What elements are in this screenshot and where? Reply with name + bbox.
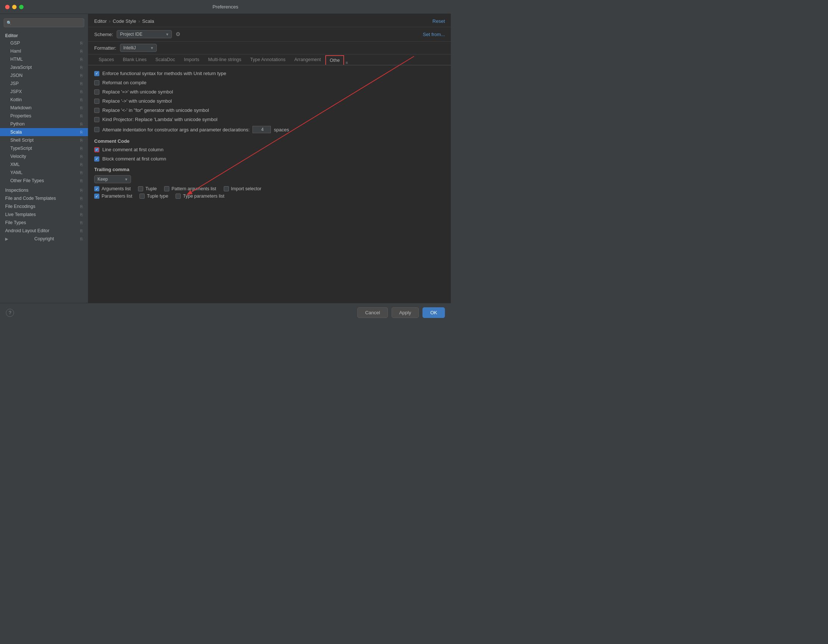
- sidebar-item-json[interactable]: JSON ⎘: [0, 71, 88, 80]
- trailing-comma-checkboxes-2: Parameters list Tuple type Type paramete…: [94, 194, 445, 199]
- ok-button[interactable]: OK: [422, 307, 445, 318]
- checkbox-block-comment[interactable]: [94, 157, 99, 161]
- sidebar-item-android-layout[interactable]: Android Layout Editor ⎘: [0, 227, 88, 235]
- set-from-link[interactable]: Set from...: [423, 31, 445, 37]
- help-button[interactable]: ?: [6, 309, 14, 317]
- checkbox-item-tuple-type: Tuple type: [140, 194, 168, 199]
- sidebar-item-velocity[interactable]: Velocity ⎘: [0, 152, 88, 160]
- copy-icon: ⎘: [80, 138, 83, 143]
- checkbox-replace-arrow[interactable]: [94, 89, 99, 95]
- checkbox-tuple[interactable]: [138, 186, 143, 191]
- sidebar: 🔍 Editor GSP ⎘ Haml ⎘ HTML ⎘ JavaScript …: [0, 14, 88, 303]
- checkbox-tuple-type[interactable]: [140, 194, 144, 199]
- checkbox-line-comment[interactable]: [94, 147, 99, 152]
- sidebar-item-markdown[interactable]: Markdown ⎘: [0, 104, 88, 112]
- copy-icon: ⎘: [80, 188, 83, 193]
- sidebar-item-jspx[interactable]: JSPX ⎘: [0, 88, 88, 96]
- sidebar-item-properties[interactable]: Properties ⎘: [0, 112, 88, 120]
- checkbox-params-list[interactable]: [94, 194, 99, 199]
- checkbox-pattern-args[interactable]: [164, 186, 169, 191]
- sidebar-item-python[interactable]: Python ⎘: [0, 120, 88, 128]
- checkbox-args-list[interactable]: [94, 186, 99, 191]
- breadcrumb-editor: Editor: [94, 19, 107, 24]
- sidebar-item-kotlin[interactable]: Kotlin ⎘: [0, 96, 88, 104]
- tab-blank-lines[interactable]: Blank Lines: [119, 55, 151, 66]
- checkbox-kind-projector[interactable]: [94, 117, 99, 122]
- tab-list-icon[interactable]: ≡: [345, 60, 348, 65]
- label-args-list: Arguments list: [102, 186, 131, 191]
- sidebar-item-yaml[interactable]: YAML ⎘: [0, 169, 88, 177]
- tab-type-annotations[interactable]: Type Annotations: [246, 55, 290, 66]
- tab-multi-line-strings[interactable]: Multi-line strings: [204, 55, 246, 66]
- label-tuple: Tuple: [145, 186, 157, 191]
- tab-scaladoc[interactable]: ScalaDoc: [151, 55, 180, 66]
- tab-arrangement[interactable]: Arrangement: [290, 55, 325, 66]
- reset-link[interactable]: Reset: [433, 19, 445, 24]
- checkbox-replace-dash-arrow[interactable]: [94, 99, 99, 104]
- copy-icon: ⎘: [80, 162, 83, 167]
- breadcrumb-scala: Scala: [142, 19, 154, 24]
- copy-icon: ⎘: [80, 204, 83, 208]
- tab-other[interactable]: Othe: [325, 55, 344, 66]
- sidebar-item-other-file-types[interactable]: Other File Types ⎘: [0, 177, 88, 185]
- scheme-gear-button[interactable]: ⚙: [176, 31, 180, 38]
- tab-spaces[interactable]: Spaces: [94, 55, 119, 66]
- sidebar-item-scala[interactable]: Scala ⎘: [0, 128, 88, 136]
- comment-code-title: Comment Code: [94, 138, 445, 144]
- sidebar-item-shell-script[interactable]: Shell Script ⎘: [0, 136, 88, 144]
- indent-number-input[interactable]: [252, 126, 271, 133]
- sidebar-item-xml[interactable]: XML ⎘: [0, 160, 88, 169]
- option-kind-projector: Kind Projector: Replace 'Lambda' with un…: [94, 117, 445, 122]
- formatter-select[interactable]: IntelliJ: [120, 44, 157, 52]
- sidebar-item-file-encodings[interactable]: File Encodings ⎘: [0, 202, 88, 210]
- checkbox-import-selector[interactable]: [224, 186, 229, 191]
- sidebar-item-html[interactable]: HTML ⎘: [0, 55, 88, 63]
- copy-icon: ⎘: [80, 237, 83, 241]
- copy-icon: ⎘: [80, 57, 83, 61]
- close-button[interactable]: [5, 5, 9, 9]
- copy-icon: ⎘: [80, 146, 83, 150]
- checkbox-enforce-functional[interactable]: [94, 71, 99, 76]
- sidebar-item-copyright[interactable]: ▶ Copyright ⎘: [0, 235, 88, 243]
- cancel-button[interactable]: Cancel: [358, 307, 387, 318]
- label-alternate-indent: Alternate indentation for constructor ar…: [102, 127, 249, 133]
- scheme-row: Scheme: Project IDE ▼ ⚙ Set from...: [88, 27, 451, 42]
- label-kind-projector: Kind Projector: Replace 'Lambda' with un…: [102, 117, 218, 122]
- label-type-params: Type parameters list: [183, 194, 224, 199]
- checkbox-item-args-list: Arguments list: [94, 186, 131, 191]
- copy-icon: ⎘: [80, 154, 83, 158]
- checkbox-reformat-compile[interactable]: [94, 80, 99, 85]
- sidebar-item-file-types[interactable]: File Types ⎘: [0, 219, 88, 227]
- sidebar-item-inspections[interactable]: Inspections ⎘: [0, 186, 88, 194]
- maximize-button[interactable]: [19, 5, 24, 9]
- scheme-select[interactable]: Project IDE: [117, 30, 172, 38]
- checkbox-item-type-params: Type parameters list: [176, 194, 224, 199]
- copy-icon: ⎘: [80, 81, 83, 86]
- sidebar-item-haml[interactable]: Haml ⎘: [0, 47, 88, 55]
- copy-icon: ⎘: [80, 114, 83, 118]
- copy-icon: ⎘: [80, 179, 83, 183]
- option-line-comment: Line comment at first column: [94, 147, 445, 152]
- label-import-selector: Import selector: [231, 186, 262, 191]
- title-bar: Preferences: [0, 0, 451, 14]
- sidebar-item-jsp[interactable]: JSP ⎘: [0, 80, 88, 88]
- apply-button[interactable]: Apply: [392, 307, 419, 318]
- copy-icon: ⎘: [80, 89, 83, 94]
- trailing-comma-checkboxes: Arguments list Tuple Pattern arguments l…: [94, 186, 445, 191]
- checkbox-replace-back-arrow[interactable]: [94, 108, 99, 113]
- checkbox-alternate-indent[interactable]: [94, 127, 99, 132]
- sidebar-item-file-code-templates[interactable]: File and Code Templates ⎘: [0, 194, 88, 202]
- keep-select[interactable]: Keep: [94, 175, 131, 183]
- minimize-button[interactable]: [12, 5, 17, 9]
- sidebar-item-javascript[interactable]: JavaScript ⎘: [0, 63, 88, 71]
- search-input[interactable]: [4, 19, 84, 27]
- sidebar-item-typescript[interactable]: TypeScript ⎘: [0, 144, 88, 152]
- sidebar-item-gsp[interactable]: GSP ⎘: [0, 39, 88, 47]
- copy-icon: ⎘: [80, 49, 83, 53]
- option-replace-arrow: Replace '=>' with unicode symbol: [94, 89, 445, 95]
- label-replace-arrow: Replace '=>' with unicode symbol: [102, 89, 173, 95]
- checkbox-type-params[interactable]: [176, 194, 181, 199]
- sidebar-item-live-templates[interactable]: Live Templates ⎘: [0, 210, 88, 219]
- copy-icon: ⎘: [80, 65, 83, 69]
- tab-imports[interactable]: Imports: [180, 55, 204, 66]
